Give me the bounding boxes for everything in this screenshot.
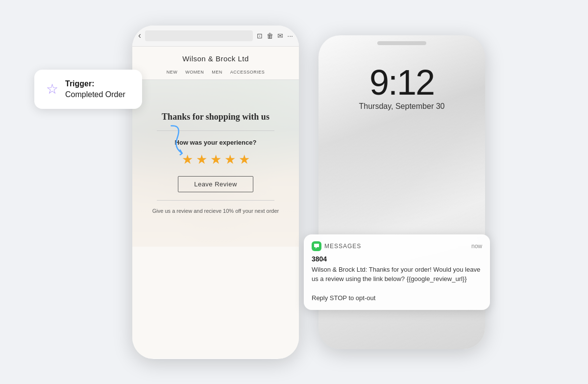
more-icon: ··· bbox=[287, 32, 293, 40]
nav-accessories[interactable]: ACCESSORIES bbox=[230, 70, 265, 75]
star-rating: ★ ★ ★ ★ ★ bbox=[182, 152, 250, 167]
leave-review-button[interactable]: Leave Review bbox=[178, 176, 253, 192]
notification-sender: 3804 bbox=[312, 255, 482, 263]
back-icon[interactable]: ‹ bbox=[138, 30, 141, 41]
phone-date: Thursday, September 30 bbox=[359, 102, 445, 111]
email-content: Wilson & Brock Ltd NEW WOMEN MEN ACCESSO… bbox=[132, 47, 299, 358]
star-5: ★ bbox=[239, 152, 250, 167]
trigger-card: ☆ Trigger: Completed Order bbox=[34, 70, 142, 109]
hero-footnote: Give us a review and recieve 10% off you… bbox=[152, 207, 279, 215]
sms-content: 9:12 Thursday, September 30 bbox=[318, 35, 485, 126]
email-phone: ‹ ⊡ 🗑 ✉ ··· Wilson & Brock Ltd NEW WOMEN… bbox=[132, 26, 299, 359]
notification-app: MESSAGES bbox=[312, 241, 361, 251]
star-3: ★ bbox=[210, 152, 221, 167]
trigger-label-bold: Trigger: bbox=[65, 79, 95, 88]
notification-time: now bbox=[471, 243, 482, 250]
messages-icon bbox=[312, 241, 321, 251]
trigger-text: Trigger: Completed Order bbox=[65, 78, 125, 101]
email-nav: NEW WOMEN MEN ACCESSORIES bbox=[132, 67, 299, 80]
star-4: ★ bbox=[224, 152, 236, 167]
delete-icon: 🗑 bbox=[267, 32, 273, 40]
notification-header: MESSAGES now bbox=[312, 241, 482, 251]
browser-action-icons: ⊡ 🗑 ✉ ··· bbox=[257, 32, 293, 40]
email-hero: Thanks for shopping with us How was your… bbox=[132, 80, 299, 247]
app-name: MESSAGES bbox=[324, 243, 361, 250]
browser-bar: ‹ ⊡ 🗑 ✉ ··· bbox=[132, 26, 299, 47]
nav-new[interactable]: NEW bbox=[167, 70, 178, 75]
star-2: ★ bbox=[196, 152, 207, 167]
sms-phone-wrapper: 9:12 Thursday, September 30 MESSAGES now… bbox=[318, 35, 485, 349]
sms-notification: MESSAGES now 3804 Wilson & Brock Ltd: Th… bbox=[304, 234, 490, 310]
bookmark-icon: ⊡ bbox=[257, 32, 263, 40]
hero-overlay: Thanks for shopping with us How was your… bbox=[132, 80, 299, 247]
notification-body: Wilson & Brock Ltd: Thanks for your orde… bbox=[312, 265, 482, 303]
divider-2 bbox=[157, 200, 274, 201]
trigger-label-text: Completed Order bbox=[65, 90, 125, 99]
nav-women[interactable]: WOMEN bbox=[185, 70, 204, 75]
hero-title: Thanks for shopping with us bbox=[162, 111, 270, 123]
url-bar bbox=[145, 30, 253, 41]
star-icon: ☆ bbox=[46, 81, 58, 97]
share-icon: ✉ bbox=[277, 32, 283, 40]
email-brand: Wilson & Brock Ltd bbox=[132, 47, 299, 67]
phone-time: 9:12 bbox=[369, 65, 434, 100]
scene: ☆ Trigger: Completed Order ‹ ⊡ 🗑 ✉ ··· W… bbox=[24, 16, 564, 369]
nav-men[interactable]: MEN bbox=[212, 70, 222, 75]
